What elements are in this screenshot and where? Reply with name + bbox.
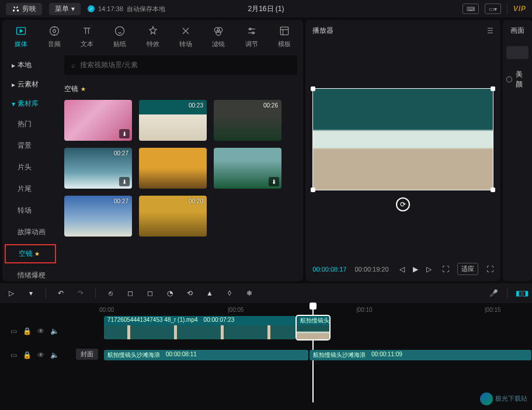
svg-rect-9	[281, 27, 288, 34]
undo-icon[interactable]: ↶	[55, 289, 66, 297]
mirror-icon[interactable]: ▲	[204, 289, 215, 297]
tab-audio[interactable]: 音频	[37, 25, 70, 48]
add-icon[interactable]: ⬇	[119, 129, 130, 138]
right-panel-row[interactable]	[506, 46, 528, 59]
preview-frame[interactable]	[312, 88, 493, 190]
split-icon[interactable]: ⎋	[105, 289, 116, 297]
asset-item[interactable]: 00:27	[64, 196, 132, 237]
asset-item[interactable]: ⬇	[214, 148, 281, 189]
eye-icon[interactable]: 👁	[37, 351, 44, 359]
speed-icon[interactable]: ◔	[165, 289, 175, 297]
rotate-handle[interactable]: ⟳	[396, 197, 410, 211]
media-tabs: 媒体 音频 文本 贴纸 特效 转场	[2, 20, 303, 51]
nav-sub-transition[interactable]: 转场	[2, 200, 58, 221]
tab-media[interactable]: 媒体	[5, 25, 37, 48]
asset-item[interactable]: 00:20	[139, 196, 207, 237]
crop-tool-icon[interactable]: ◊	[224, 289, 235, 297]
nav-cloud[interactable]: ▸云素材	[2, 75, 58, 94]
nav-sub-empty-shot[interactable]: 空镜 ★	[5, 244, 56, 263]
delete-left-icon[interactable]: ◻	[125, 289, 135, 297]
crop-icon[interactable]: ⛶	[442, 265, 449, 273]
redo-icon[interactable]: ↷	[75, 289, 86, 297]
chevron-down-icon: ▾	[12, 100, 15, 108]
resize-handle[interactable]	[491, 187, 495, 192]
tab-transition[interactable]: 转场	[169, 25, 202, 48]
mute-icon[interactable]: 🔈	[50, 351, 59, 359]
tab-template[interactable]: 模板	[268, 25, 301, 48]
scissors-icon	[12, 5, 20, 13]
collapse-icon[interactable]: ▭	[11, 327, 17, 335]
audio-clip-1[interactable]: 航拍慢镜头沙滩海浪00:00:08:11	[104, 350, 308, 360]
pointer-dropdown[interactable]: ▾	[26, 289, 36, 297]
svg-point-3	[116, 27, 124, 36]
prev-frame-icon[interactable]: ◁	[399, 265, 405, 273]
video-clip-1[interactable]: 71726054441347453 48_r (1).mp400:00:07:2…	[104, 316, 295, 339]
add-icon[interactable]: ⬇	[119, 177, 130, 186]
video-clip-2[interactable]: 航拍慢镜头	[297, 316, 329, 339]
track-controls: ▭ 🔒 👁 🔈	[11, 349, 59, 362]
resize-handle[interactable]	[311, 86, 315, 91]
asset-item[interactable]: 00:27⬇	[64, 148, 132, 189]
effects-icon	[147, 25, 159, 37]
side-nav: ▸本地 ▸云素材 ▾素材库 热门 背景 片头 片尾 转场 故障动画 空镜 ★ 情…	[2, 51, 58, 281]
app-name: 剪映	[22, 4, 36, 14]
add-icon[interactable]: ⬇	[269, 177, 279, 186]
search-input[interactable]: ⌕ 搜索视频场景/元素	[64, 55, 297, 75]
radio-icon	[506, 77, 512, 82]
app-logo[interactable]: 剪映	[6, 3, 42, 15]
time-total: 00:00:19:20	[354, 266, 388, 273]
sticker-icon	[113, 25, 126, 37]
nav-library[interactable]: ▾素材库	[2, 94, 58, 113]
media-icon	[15, 25, 27, 37]
tab-sticker[interactable]: 贴纸	[103, 25, 136, 48]
mic-icon[interactable]: 🎤	[488, 289, 499, 297]
asset-item[interactable]: 00:26	[214, 100, 281, 141]
delete-right-icon[interactable]: ◻	[145, 289, 155, 297]
asset-item[interactable]: 00:23	[139, 100, 207, 141]
nav-sub-background[interactable]: 背景	[2, 135, 58, 157]
reverse-icon[interactable]: ⟲	[185, 289, 195, 297]
project-title[interactable]: 2月16日 (1)	[248, 4, 284, 14]
timeline-ruler[interactable]: 00:00 |00:05 |00:10 |00:15	[0, 303, 532, 316]
asset-item[interactable]: ⬇	[64, 100, 132, 141]
beauty-toggle[interactable]: 美颜	[506, 70, 528, 89]
time-current: 00:00:08:17	[312, 266, 346, 273]
magnet-icon[interactable]: ◧◨	[516, 289, 526, 297]
tab-effects[interactable]: 特效	[137, 25, 169, 48]
asset-item[interactable]	[139, 148, 207, 189]
nav-sub-emotion[interactable]: 情绪爆梗	[2, 265, 58, 281]
resize-handle[interactable]	[311, 187, 315, 192]
vip-badge[interactable]: VIP	[513, 5, 526, 13]
nav-sub-intro[interactable]: 片头	[2, 157, 58, 178]
tab-filter[interactable]: 滤镜	[202, 25, 235, 48]
template-icon	[278, 25, 291, 37]
play-icon[interactable]: ▶	[413, 265, 418, 273]
cover-button[interactable]: 封面	[76, 349, 98, 360]
nav-sub-glitch[interactable]: 故障动画	[2, 221, 58, 243]
tab-text[interactable]: 文本	[71, 25, 103, 48]
keyboard-icon[interactable]: ⌨	[463, 4, 479, 14]
fit-button[interactable]: 适应	[457, 263, 478, 275]
section-title: 空镜★	[64, 84, 297, 94]
resize-handle[interactable]	[491, 86, 495, 91]
nav-sub-outro[interactable]: 片尾	[2, 178, 58, 200]
lock-icon[interactable]: 🔒	[23, 327, 32, 335]
pointer-tool[interactable]: ▷	[6, 289, 16, 297]
text-icon	[81, 25, 93, 37]
tab-adjust[interactable]: 调节	[235, 25, 268, 48]
fullscreen-icon[interactable]: ⛶	[486, 265, 493, 273]
lock-icon[interactable]: 🔒	[23, 351, 32, 359]
preview-menu-icon[interactable]: ☰	[487, 27, 493, 35]
eye-icon[interactable]: 👁	[37, 327, 44, 335]
next-frame-icon[interactable]: ▷	[426, 265, 432, 273]
mute-icon[interactable]: 🔈	[50, 327, 59, 335]
preview-canvas[interactable]: ⟳	[312, 41, 493, 258]
menu-button[interactable]: 菜单 ▾	[49, 3, 81, 15]
freeze-icon[interactable]: ❄	[244, 289, 255, 297]
layout-icon[interactable]: ▭▾	[485, 4, 501, 14]
collapse-icon[interactable]: ▭	[11, 351, 17, 359]
audio-clip-2[interactable]: 航拍慢镜头沙滩海浪00:00:11:09	[310, 350, 531, 360]
nav-local[interactable]: ▸本地	[2, 55, 58, 75]
nav-sub-hot[interactable]: 热门	[2, 113, 58, 135]
right-tab-picture[interactable]: 画面	[506, 26, 528, 36]
